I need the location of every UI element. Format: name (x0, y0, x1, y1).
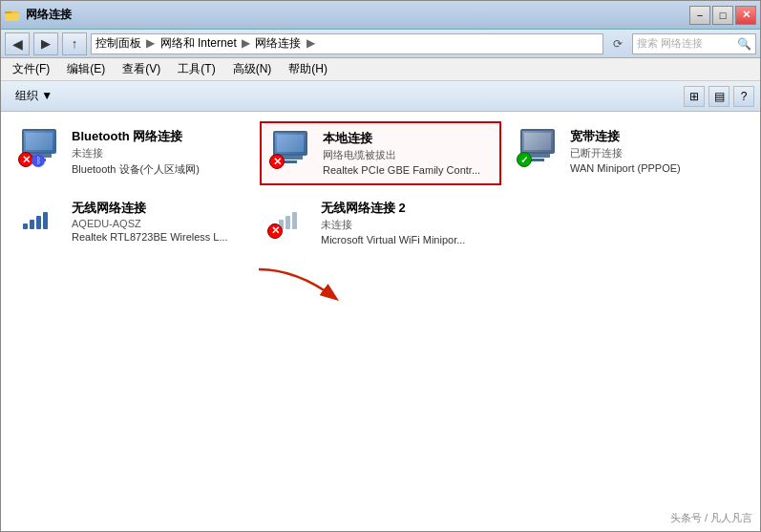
search-icon[interactable]: 🔍 (737, 37, 751, 51)
conn-name-wireless1: 无线网络连接 (72, 201, 244, 217)
address-bar-input[interactable]: 控制面板 ▶ 网络和 Internet ▶ 网络连接 ▶ (91, 33, 603, 54)
pc-screen-broadband (520, 129, 555, 154)
pc-screen-inner-broadband (524, 133, 551, 150)
help-button[interactable]: ? (733, 86, 754, 107)
pc-screen-inner (26, 133, 53, 150)
title-bar: 网络连接 − □ ✕ (1, 1, 760, 30)
connections-grid: ✕ ᛒ Bluetooth 网络连接 未连接 Bluetooth 设备(个人区域… (1, 112, 760, 531)
connection-bluetooth[interactable]: ✕ ᛒ Bluetooth 网络连接 未连接 Bluetooth 设备(个人区域… (11, 121, 252, 185)
badge-x-local: ✕ (269, 154, 285, 169)
breadcrumb-sep-2: ▶ (242, 36, 253, 50)
pc-screen-local (273, 131, 307, 156)
wifi-bar-2 (30, 220, 34, 229)
conn-row-wireless1: 无线网络连接 AQEDU-AQSZ Realtek RTL8723BE Wire… (18, 201, 244, 243)
watermark: 头条号 / 凡人凡言 (670, 511, 752, 525)
conn-row-bluetooth: ✕ ᛒ Bluetooth 网络连接 未连接 Bluetooth 设备(个人区域… (18, 129, 244, 177)
connection-broadband[interactable]: ✓ 宽带连接 已断开连接 WAN Miniport (PPPOE) (509, 121, 750, 185)
menu-bar: 文件(F) 编辑(E) 查看(V) 工具(T) 高级(N) 帮助(H) (1, 58, 760, 81)
connection-wireless2[interactable]: ✕ 无线网络连接 2 未连接 Microsoft Virtual WiFi Mi… (260, 193, 501, 253)
folder-icon (5, 8, 20, 23)
conn-name-wireless2: 无线网络连接 2 (321, 201, 494, 217)
conn-desc-wireless1: Realtek RTL8723BE Wireless L... (72, 231, 244, 243)
conn-status-wireless2: 未连接 (321, 218, 494, 232)
conn-status-local: 网络电缆被拔出 (323, 148, 492, 162)
wifi-bar-4 (43, 212, 48, 229)
conn-icon-wireless1 (18, 201, 64, 239)
badge-check-broadband: ✓ (517, 152, 532, 167)
conn-icon-bluetooth: ✕ ᛒ (18, 129, 64, 167)
conn-row-broadband: ✓ 宽带连接 已断开连接 WAN Miniport (PPPOE) (517, 129, 743, 174)
view-columns-button[interactable]: ▤ (708, 86, 729, 107)
breadcrumb-sep-1: ▶ (146, 36, 158, 50)
conn-status-broadband: 已断开连接 (570, 146, 743, 160)
svg-rect-2 (5, 13, 19, 21)
wifi-bars-wireless1 (23, 206, 48, 229)
conn-icon-local: ✕ (269, 131, 315, 169)
menu-advanced[interactable]: 高级(N) (225, 59, 280, 79)
forward-button[interactable]: ▶ (33, 32, 58, 55)
wifi-bar-3 (36, 216, 41, 229)
toolbar: 组织 ▼ ⊞ ▤ ? (1, 81, 760, 112)
menu-tools[interactable]: 工具(T) (170, 59, 222, 79)
conn-desc-wireless2: Microsoft Virtual WiFi Minipor... (321, 234, 494, 245)
conn-desc-bluetooth: Bluetooth 设备(个人区域网) (72, 162, 244, 177)
conn-status-bluetooth: 未连接 (72, 146, 244, 160)
pc-screen-inner-local (277, 135, 304, 152)
conn-name-bluetooth: Bluetooth 网络连接 (72, 129, 244, 145)
conn-desc-local: Realtek PCIe GBE Family Contr... (323, 164, 492, 176)
conn-text-wireless2: 无线网络连接 2 未连接 Microsoft Virtual WiFi Mini… (321, 201, 494, 245)
conn-name-broadband: 宽带连接 (570, 129, 743, 145)
refresh-button[interactable]: ⟳ (607, 33, 628, 54)
badge-bluetooth-icon: ᛒ (32, 154, 45, 167)
conn-text-bluetooth: Bluetooth 网络连接 未连接 Bluetooth 设备(个人区域网) (72, 129, 244, 177)
address-bar: ◀ ▶ ↑ 控制面板 ▶ 网络和 Internet ▶ 网络连接 ▶ ⟳ 搜索 … (1, 30, 760, 58)
search-box[interactable]: 搜索 网络连接 🔍 (632, 33, 756, 54)
breadcrumb-item-2[interactable]: 网络和 Internet (160, 36, 237, 50)
view-options-button[interactable]: ⊞ (684, 86, 705, 107)
conn-status-wireless1: AQEDU-AQSZ (72, 218, 244, 229)
conn-icon-wireless2: ✕ (267, 201, 313, 239)
pc-screen (22, 129, 56, 154)
conn-icon-broadband: ✓ (517, 129, 562, 167)
maximize-button[interactable]: □ (712, 6, 733, 25)
toolbar-right: ⊞ ▤ ? (684, 86, 754, 107)
back-button[interactable]: ◀ (5, 32, 30, 55)
conn-text-broadband: 宽带连接 已断开连接 WAN Miniport (PPPOE) (570, 129, 743, 174)
conn-text-local: 本地连接 网络电缆被拔出 Realtek PCIe GBE Family Con… (323, 131, 492, 176)
badge-x-wireless2: ✕ (267, 223, 283, 239)
conn-desc-broadband: WAN Miniport (PPPOE) (570, 162, 743, 174)
breadcrumb-item-1[interactable]: 控制面板 (95, 36, 141, 50)
window: 网络连接 − □ ✕ ◀ ▶ ↑ 控制面板 ▶ 网络和 Internet ▶ 网… (0, 0, 761, 532)
conn-row-local: ✕ 本地连接 网络电缆被拔出 Realtek PCIe GBE Family C… (269, 131, 492, 176)
menu-edit[interactable]: 编辑(E) (59, 59, 113, 79)
up-button[interactable]: ↑ (62, 32, 87, 55)
main-content: ✕ ᛒ Bluetooth 网络连接 未连接 Bluetooth 设备(个人区域… (1, 112, 760, 531)
conn-row-wireless2: ✕ 无线网络连接 2 未连接 Microsoft Virtual WiFi Mi… (267, 201, 494, 245)
window-title: 网络连接 (26, 7, 72, 23)
breadcrumb: 控制面板 ▶ 网络和 Internet ▶ 网络连接 ▶ (95, 35, 317, 52)
connection-local[interactable]: ✕ 本地连接 网络电缆被拔出 Realtek PCIe GBE Family C… (260, 121, 501, 185)
organize-button[interactable]: 组织 ▼ (7, 84, 61, 108)
wifi-icon-wireless1 (18, 201, 53, 229)
conn-text-wireless1: 无线网络连接 AQEDU-AQSZ Realtek RTL8723BE Wire… (72, 201, 244, 243)
menu-help[interactable]: 帮助(H) (281, 59, 335, 79)
wifi-bar-w2-3 (285, 216, 290, 229)
breadcrumb-sep-3: ▶ (307, 36, 315, 50)
close-button[interactable]: ✕ (735, 6, 756, 25)
breadcrumb-item-3[interactable]: 网络连接 (255, 36, 301, 50)
conn-name-local: 本地连接 (323, 131, 492, 147)
title-bar-left: 网络连接 (5, 7, 72, 23)
search-placeholder: 搜索 网络连接 (637, 36, 737, 51)
menu-file[interactable]: 文件(F) (5, 59, 57, 79)
wifi-bar-w2-4 (292, 212, 297, 229)
connection-wireless1[interactable]: 无线网络连接 AQEDU-AQSZ Realtek RTL8723BE Wire… (11, 193, 252, 253)
wifi-bar-1 (23, 223, 28, 229)
title-bar-buttons: − □ ✕ (689, 6, 756, 25)
menu-view[interactable]: 查看(V) (115, 59, 168, 79)
minimize-button[interactable]: − (689, 6, 710, 25)
